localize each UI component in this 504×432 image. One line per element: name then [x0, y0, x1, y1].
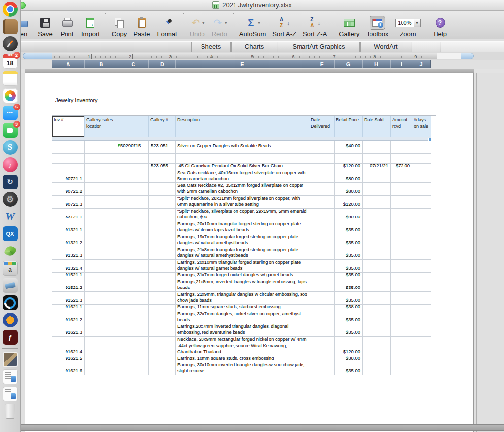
cell[interactable]: $35.00	[335, 279, 363, 291]
cell[interactable]	[391, 234, 412, 247]
tab-charts[interactable]: Charts	[231, 42, 277, 52]
cell[interactable]: 523-051	[149, 144, 176, 150]
cell[interactable]: Earrings,20x7mm inverted triangular dang…	[176, 324, 309, 336]
cell[interactable]	[85, 144, 118, 150]
dock-photo-stack-icon[interactable]	[3, 352, 18, 367]
cell[interactable]	[149, 337, 176, 356]
dock-s-app-icon[interactable]: S	[3, 140, 18, 155]
cell[interactable]	[309, 221, 335, 234]
cell[interactable]	[391, 247, 412, 259]
cell[interactable]	[118, 247, 149, 259]
autosum-button[interactable]: ▾AutoSum	[239, 16, 266, 37]
cell[interactable]	[412, 273, 430, 279]
cell[interactable]	[118, 260, 149, 272]
cell[interactable]	[149, 234, 176, 247]
cell[interactable]	[412, 221, 430, 234]
column-header-E[interactable]: E	[176, 60, 309, 68]
cell[interactable]	[412, 292, 430, 304]
cell[interactable]	[118, 157, 149, 163]
cell[interactable]: Earrings, 30x10mm inverted triangle dang…	[176, 362, 309, 375]
cell[interactable]	[309, 273, 335, 279]
cell[interactable]	[176, 154, 309, 157]
cell[interactable]: $120.00	[335, 337, 363, 356]
cell[interactable]	[412, 324, 430, 336]
cell[interactable]	[118, 234, 149, 247]
column-header-A[interactable]: A	[52, 60, 85, 68]
cell[interactable]	[309, 164, 335, 170]
cell[interactable]	[149, 150, 176, 153]
cell[interactable]	[118, 150, 149, 153]
column-header-I[interactable]: I	[391, 60, 412, 68]
cell[interactable]: 90721.2	[52, 183, 85, 195]
cell[interactable]	[176, 157, 309, 163]
cell[interactable]	[149, 247, 176, 259]
cell[interactable]	[85, 273, 118, 279]
cell[interactable]	[52, 144, 85, 150]
cell[interactable]	[363, 141, 391, 144]
cell[interactable]	[85, 311, 118, 324]
cell[interactable]: $35.00	[335, 362, 363, 375]
cell[interactable]: Earrings, 21x8mm triangular forged sterl…	[176, 247, 309, 259]
format-button[interactable]: Format	[157, 16, 177, 37]
cell[interactable]	[363, 154, 391, 157]
cell[interactable]	[85, 154, 118, 157]
cell[interactable]	[118, 183, 149, 195]
cell[interactable]	[363, 362, 391, 375]
cell[interactable]	[309, 209, 335, 221]
cell[interactable]: Earrings, 21x9mm, triangular dangles w c…	[176, 292, 309, 304]
cell[interactable]	[309, 260, 335, 272]
cell[interactable]: $80.00	[335, 170, 363, 182]
cell[interactable]	[118, 305, 149, 311]
header-cell[interactable]: Retail Price	[335, 116, 363, 137]
cell[interactable]	[118, 154, 149, 157]
cell[interactable]: 91621.6	[52, 362, 85, 375]
column-header-F[interactable]: F	[309, 60, 335, 68]
cell[interactable]	[85, 324, 118, 336]
cell[interactable]	[309, 337, 335, 356]
cell[interactable]	[149, 209, 176, 221]
cell[interactable]	[309, 311, 335, 324]
sort-za-button[interactable]: ↓Sort Z-A	[303, 16, 327, 37]
cell[interactable]	[412, 196, 430, 208]
cell[interactable]: 91521.3	[52, 292, 85, 304]
cell[interactable]	[52, 157, 85, 163]
cell[interactable]: $35.00	[335, 234, 363, 247]
header-cell[interactable]: Gallery/ sales location	[85, 116, 118, 137]
cell[interactable]	[118, 196, 149, 208]
cell[interactable]	[118, 362, 149, 375]
cell[interactable]: 91521.1	[52, 273, 85, 279]
cell[interactable]	[85, 183, 118, 195]
dock-image-capture-icon[interactable]	[3, 278, 18, 293]
redo-button[interactable]: ▾Redo	[212, 16, 227, 37]
cell[interactable]	[363, 337, 391, 356]
cell[interactable]	[176, 150, 309, 153]
cell[interactable]	[85, 141, 118, 144]
cell[interactable]	[85, 150, 118, 153]
cell[interactable]	[309, 279, 335, 291]
cell[interactable]	[85, 356, 118, 362]
cell[interactable]: 60290715	[118, 144, 149, 150]
cell[interactable]	[391, 273, 412, 279]
cell[interactable]	[363, 196, 391, 208]
dock-dvd-player-icon[interactable]	[3, 175, 18, 189]
cell[interactable]	[118, 324, 149, 336]
cell[interactable]	[85, 209, 118, 221]
cell[interactable]	[391, 305, 412, 311]
cell[interactable]: Earrings, 11mm square studs, starburst e…	[176, 305, 309, 311]
cell[interactable]	[309, 144, 335, 150]
cell[interactable]	[85, 157, 118, 163]
column-header-G[interactable]: G	[335, 60, 363, 68]
cell[interactable]: "Split" necklace, 28x31mm forged silverp…	[176, 196, 309, 208]
cell[interactable]	[118, 311, 149, 324]
dock-messages-icon[interactable]: 5	[3, 106, 18, 120]
cell[interactable]	[149, 221, 176, 234]
tab-wordart[interactable]: WordArt	[360, 42, 411, 52]
cell[interactable]: 83121.1	[52, 209, 85, 221]
cell[interactable]	[335, 157, 363, 163]
cell[interactable]: 91321.4	[52, 260, 85, 272]
cell[interactable]	[391, 324, 412, 336]
cell[interactable]	[391, 260, 412, 272]
cell[interactable]: 523-055	[149, 164, 176, 170]
cell[interactable]: $38.00	[335, 305, 363, 311]
cell[interactable]	[149, 157, 176, 163]
